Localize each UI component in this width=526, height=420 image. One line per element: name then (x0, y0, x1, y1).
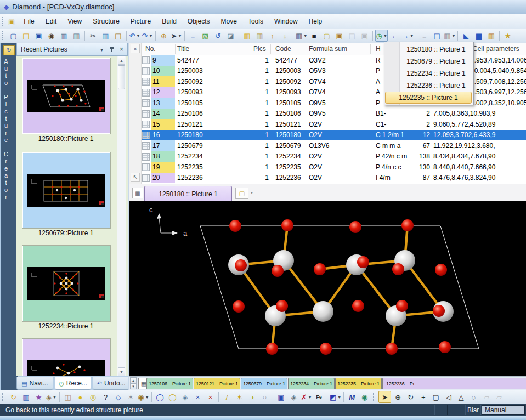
oxygen-atom[interactable] (435, 264, 447, 276)
picture-wizard-icon[interactable]: ★ (33, 391, 44, 402)
picture-lock-icon[interactable]: ▣ (359, 30, 370, 41)
dropdown-item[interactable]: 1250679 :: Picture 1 (400, 55, 472, 67)
scrollbar-thumb[interactable] (118, 65, 125, 89)
table-new-icon[interactable]: ▦ (241, 30, 253, 41)
data-sheet-dropdown-arrow[interactable]: ▼ (451, 34, 455, 38)
oxygen-atom[interactable] (352, 300, 364, 312)
column-header[interactable]: Pics (253, 45, 266, 53)
column-header[interactable]: Formula sum (309, 45, 347, 53)
oxygen-atom[interactable] (433, 305, 445, 317)
menu-picture[interactable]: Picture (125, 15, 156, 27)
oxygen-atom[interactable] (386, 343, 398, 355)
status-mode[interactable]: Manual (482, 405, 525, 415)
oxygen-atom[interactable] (276, 300, 288, 312)
recent-picture-card[interactable] (22, 152, 111, 229)
coordination-icon[interactable]: ✶ (234, 391, 245, 402)
recent-picture-card[interactable] (22, 338, 111, 376)
spin-tool-icon[interactable]: ◌ (468, 391, 479, 402)
find-icon[interactable]: ◉ (46, 30, 57, 41)
auto-update-icon[interactable]: ↻ (8, 391, 19, 402)
translate-tool-icon[interactable]: ⊕ (392, 391, 404, 402)
oxygen-atom[interactable] (266, 343, 278, 355)
bottom-picture-tab[interactable]: 1252235 :: Picture 1 (335, 378, 382, 389)
atom-design-icon[interactable]: ◉▼ (138, 391, 149, 402)
measure-mode-icon[interactable]: M (346, 391, 358, 402)
oxygen-atom[interactable] (357, 256, 369, 268)
menu-tools[interactable]: Tools (242, 15, 269, 27)
packing-icon[interactable]: ◩▼ (330, 391, 341, 402)
grid-options-icon[interactable]: ▦▼ (296, 30, 307, 41)
polyhedra-icon[interactable]: ◈ (179, 391, 191, 402)
refresh-picture-icon[interactable]: ▧ (200, 30, 211, 41)
picture-comment-icon[interactable]: ▥ (20, 391, 32, 402)
close-table-icon[interactable]: × (131, 44, 140, 53)
menu-build[interactable]: Build (156, 15, 182, 27)
menu-window[interactable]: Window (269, 15, 303, 27)
pin-icon[interactable] (108, 46, 116, 54)
fill-range-icon[interactable]: × (205, 391, 216, 402)
auto-picture-creator-icon[interactable]: ↻ (3, 45, 15, 55)
recent-picture-card[interactable] (22, 245, 111, 322)
save-icon[interactable]: ▣ (33, 30, 44, 41)
structure-tree-icon[interactable]: ≡ (187, 30, 199, 41)
active-picture-tab[interactable]: 1250180 :: Picture 1 (144, 186, 232, 202)
tilt-x-icon[interactable]: ◁ (443, 391, 454, 402)
revert-picture-icon[interactable]: ↺ (212, 30, 224, 41)
copy-icon[interactable]: ▥ (100, 30, 111, 41)
picture-view-icon[interactable]: ■ (308, 30, 320, 41)
oxygen-atom[interactable] (349, 221, 361, 233)
print-icon[interactable]: ▦ (71, 30, 82, 41)
tab-scroll-down[interactable]: ▼ (130, 383, 137, 389)
oxygen-atom[interactable] (396, 300, 408, 312)
new-picture-dropdown[interactable]: ▼ (248, 188, 256, 198)
collapse-table-icon[interactable]: ↖ (131, 173, 140, 182)
recent-picture-card[interactable] (22, 58, 111, 134)
next-orientation-icon[interactable]: ▱ (493, 391, 505, 402)
powder-pattern-icon[interactable]: ▆ (473, 30, 484, 41)
oxygen-atom[interactable] (272, 265, 284, 277)
oxygen-atom[interactable] (320, 343, 332, 355)
menu-file[interactable]: File (18, 15, 39, 27)
hex-open-icon[interactable]: ◑ (246, 391, 258, 402)
menu-edit[interactable]: Edit (40, 15, 63, 27)
picture-forward-dropdown-arrow[interactable]: ▼ (410, 34, 414, 38)
cut-icon[interactable]: ✂ (87, 30, 99, 41)
panel-menu-button[interactable]: ▾ (98, 46, 106, 54)
oxygen-atom[interactable] (233, 300, 245, 313)
menu-objects[interactable]: Objects (182, 15, 216, 27)
scroll-up-button[interactable]: ▲ (118, 56, 125, 65)
cell-edges-icon[interactable]: ◯ (154, 391, 166, 402)
dropdown-item[interactable]: 1252234 :: Picture 1 (400, 67, 472, 80)
recent-pictures-icon[interactable]: ◷▼ (375, 30, 388, 42)
oxygen-atom[interactable] (439, 341, 451, 353)
table-view-icon[interactable]: ▦ (132, 188, 143, 198)
dropdown-item[interactable]: 1250180 :: Picture 1 (400, 43, 472, 55)
structure-canvas[interactable]: ca (129, 201, 526, 376)
rotate-tool-icon[interactable]: ↻ (405, 391, 416, 402)
view-direction-icon[interactable]: ◈ (288, 391, 299, 402)
new-document-icon[interactable]: ▢ (8, 30, 19, 41)
data-brick-icon[interactable]: ▦ (485, 30, 497, 41)
panel-tab-rece[interactable]: ◷Rece... (55, 377, 92, 390)
destroy-dropdown-arrow[interactable]: ▼ (308, 395, 312, 399)
vanadium-atom[interactable] (313, 301, 333, 322)
dropdown-item[interactable]: 1252235 :: Picture 1 (385, 92, 472, 104)
packing-dropdown-arrow[interactable]: ▼ (337, 395, 341, 399)
create-bond-icon[interactable]: / (221, 391, 233, 402)
select-icon[interactable]: ➤▼ (171, 30, 182, 41)
paste-icon[interactable]: ▤ (112, 30, 124, 41)
print-preview-icon[interactable]: ▥ (58, 30, 70, 41)
table-row[interactable]: 16125018011250180O2VC 1 2/m 11212.093,3.… (142, 130, 526, 141)
dropdown-item[interactable]: 1252236 :: Picture 1 (400, 80, 472, 92)
add-atom-icon[interactable]: ◎ (87, 391, 99, 402)
panel-tab-navi[interactable]: ▤Navi... (16, 377, 53, 390)
pictures-all-icon[interactable]: ▤ (346, 30, 358, 41)
picture-back-icon[interactable]: ← (389, 30, 400, 41)
redo-dropdown-arrow[interactable]: ▼ (149, 34, 152, 38)
scroll-down-button[interactable]: ▼ (118, 367, 125, 376)
select-mode-icon[interactable]: ➤ (378, 391, 391, 403)
properties-list-icon[interactable]: ▤ (431, 30, 443, 41)
move-tool-icon[interactable]: + (417, 391, 429, 402)
menu-view[interactable]: View (62, 15, 87, 27)
split-view-icon[interactable]: ◪ (225, 30, 236, 41)
